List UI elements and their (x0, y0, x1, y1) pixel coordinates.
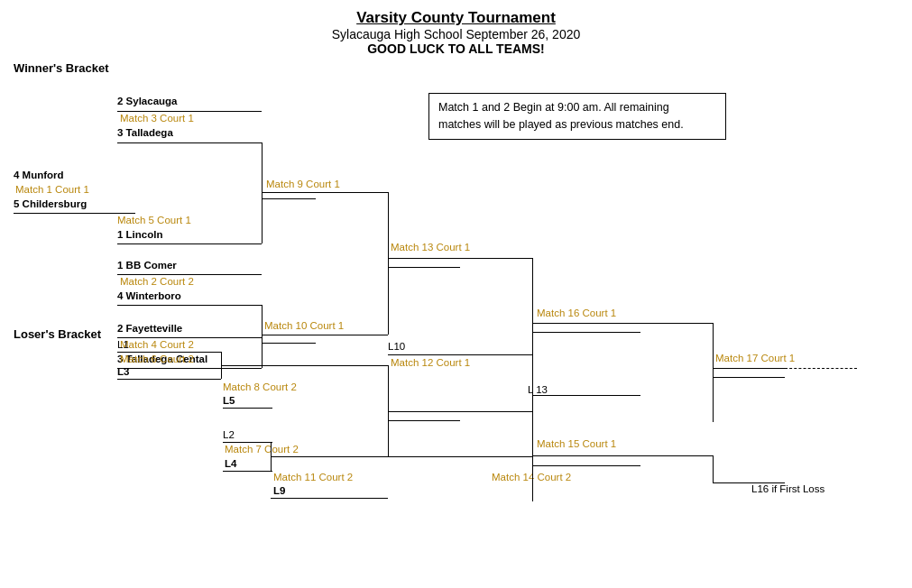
match3-label: Match 3 Court 1 (120, 113, 194, 124)
line-lincoln (117, 243, 262, 244)
l4-label: L4 (225, 458, 236, 469)
hline-m9 (262, 192, 316, 193)
hline-m8 (221, 365, 271, 366)
l2-label: L2 (223, 429, 235, 440)
match17-label: Match 17 Court 1 (715, 353, 795, 363)
hline-m12-center-b (388, 420, 460, 421)
hline-l4 (223, 471, 272, 472)
match16-label: Match 16 Court 1 (537, 308, 616, 318)
losers-bracket-label: Loser's Bracket (14, 327, 101, 341)
hline-m15-b (532, 465, 640, 466)
vline-m17-lower (713, 455, 714, 482)
match10-label: Match 10 Court 1 (264, 320, 344, 331)
hline-m15-right (640, 455, 713, 456)
match8-label: Match 8 Court 2 (223, 381, 297, 392)
hline-m14-in (460, 456, 532, 457)
hline-l9 (271, 498, 388, 499)
l1-label: L1 (117, 339, 129, 350)
seed2-fayetteville: 2 Fayetteville (117, 323, 182, 334)
seed1-lincoln: 1 Lincoln (117, 229, 162, 240)
tournament-sub1: Sylacauga High School September 26, 2020 (14, 27, 898, 41)
l5-label: L5 (223, 395, 235, 406)
hline-m10-b (262, 343, 316, 344)
hline-m13-b (388, 267, 460, 268)
line-sylacauga (117, 111, 262, 112)
hline-l3 (117, 379, 221, 380)
tournament-sub2: GOOD LUCK TO ALL TEAMS! (14, 41, 898, 56)
match11-label: Match 11 Court 2 (273, 472, 353, 482)
hline-m11-right (388, 456, 460, 457)
vline-m13 (388, 192, 389, 335)
tournament-title: Varsity County Tournament (14, 9, 898, 27)
bracket-area: Winner's Bracket Loser's Bracket Match 1… (14, 61, 898, 584)
hline-m17-b (713, 377, 785, 378)
vline-m9-left (262, 142, 263, 243)
hline-m9-right (316, 192, 388, 193)
hline-m8-right (271, 365, 388, 366)
match15-label: Match 15 Court 1 (537, 438, 616, 449)
hline-m16-b (532, 332, 640, 333)
vline-m10-left (262, 305, 263, 368)
hline-m13 (388, 258, 460, 259)
seed3-talladega: 3 Talladega (117, 127, 173, 138)
match1-label: Match 1 Court 1 (15, 184, 89, 195)
hline-m17 (713, 368, 785, 369)
hline-l5 (223, 408, 272, 409)
line-winterboro (117, 305, 262, 306)
hline-l10 (388, 354, 532, 355)
header: Varsity County Tournament Sylacauga High… (14, 9, 898, 56)
l16-label: L16 if First Loss (751, 483, 824, 494)
line-m1-to-m5-h (117, 213, 135, 214)
match4-label: Match 4 Court 2 (120, 339, 194, 350)
info-line2: matches will be played as previous match… (438, 118, 684, 131)
hline-l2 (223, 442, 272, 443)
hline-m13-right (460, 258, 532, 259)
hline-m9-b (262, 198, 316, 199)
seed4-munford: 4 Munford (14, 170, 64, 180)
l10-label: L10 (388, 341, 405, 352)
hline-m10 (262, 335, 316, 335)
line-childersburg (14, 213, 117, 214)
hline-m16 (532, 323, 640, 324)
match9-label: Match 9 Court 1 (266, 179, 340, 189)
vline-l13-conn (532, 395, 533, 411)
match5-label: Match 5 Court 1 (117, 215, 191, 225)
line-talladega (117, 142, 262, 143)
hline-m12-right (460, 411, 532, 412)
match12-label: Match 12 Court 1 (391, 357, 470, 368)
seed4-winterboro: 4 Winterboro (117, 290, 181, 301)
hline-m11 (271, 456, 388, 457)
hline-l1 (117, 352, 221, 353)
line-talladegacentral (117, 368, 262, 369)
vline-m16 (532, 258, 533, 395)
match7-label: Match 7 Court 2 (225, 444, 299, 455)
hline-m12-center (388, 411, 460, 412)
line-bbcomer (117, 274, 262, 275)
hline-m10-right (316, 335, 388, 335)
l13-label: L 13 (528, 384, 548, 395)
winners-bracket-label: Winner's Bracket (14, 61, 109, 75)
vline-m15 (532, 411, 533, 501)
hline-l16 (713, 482, 785, 483)
info-line1: Match 1 and 2 Begin at 9:00 am. All rema… (438, 101, 669, 114)
seed2-sylacauga: 2 Sylacauga (117, 96, 177, 106)
l9-label: L9 (273, 485, 285, 496)
hline-m17-dashed (785, 368, 857, 369)
vline-m17 (713, 323, 714, 422)
l3-label: L3 (117, 366, 129, 377)
seed1-bbcomer: 1 BB Comer (117, 260, 177, 271)
match6-label: Match 6 Court 2 (120, 354, 194, 364)
line-fayetteville (117, 337, 262, 338)
hline-m16-right (640, 323, 713, 324)
match13-label: Match 13 Court 1 (391, 242, 470, 253)
match2-label: Match 2 Court 2 (120, 276, 194, 287)
hline-l13-in (532, 395, 640, 396)
seed5-childersburg: 5 Childersburg (14, 198, 87, 209)
page: Varsity County Tournament Sylacauga High… (0, 0, 912, 588)
info-box: Match 1 and 2 Begin at 9:00 am. All rema… (428, 93, 726, 140)
hline-m15 (532, 455, 640, 456)
